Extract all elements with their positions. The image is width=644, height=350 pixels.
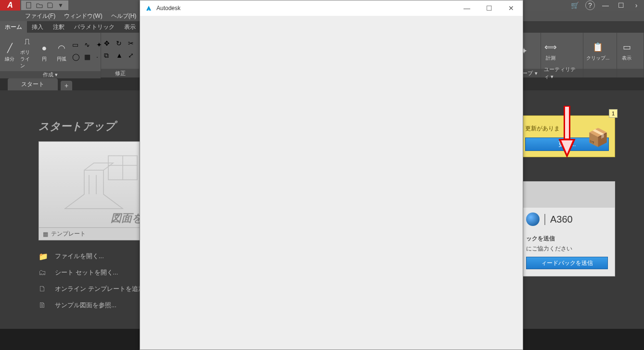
panel-utility-title[interactable]: ユーティリティ ▾ bbox=[541, 69, 583, 77]
window-maximize-icon[interactable]: ☐ bbox=[616, 0, 626, 10]
dialog-close-icon[interactable]: ✕ bbox=[504, 4, 518, 12]
feedback-title: ックを送信 bbox=[526, 235, 608, 243]
window-minimize-icon[interactable]: — bbox=[601, 0, 610, 10]
modify-tools: ✥ ↻ ✂ ⧉ ▲ ⤢ bbox=[104, 39, 139, 62]
notification-badge: 1 bbox=[609, 109, 618, 118]
dialog-title-bar[interactable]: Autodesk — ☐ ✕ bbox=[140, 0, 523, 16]
tab-home[interactable]: ホーム bbox=[0, 21, 27, 33]
doc-icon: 🗎 bbox=[39, 301, 49, 310]
tool-rect-icon[interactable]: ▭ bbox=[72, 41, 83, 51]
tab-parametric[interactable]: パラメトリック bbox=[69, 21, 119, 33]
dialog-maximize-icon[interactable]: ☐ bbox=[482, 4, 496, 12]
tab-view[interactable]: 表示 bbox=[119, 21, 141, 33]
package-icon: 📦 bbox=[587, 127, 609, 148]
update-notification: 1 更新がありま 📦 更新... bbox=[519, 115, 615, 157]
tool-move-icon[interactable]: ✥ bbox=[104, 39, 115, 50]
tool-rotate-icon[interactable]: ↻ bbox=[116, 39, 127, 50]
sheet-icon: 🗂 bbox=[39, 268, 49, 277]
dialog-body bbox=[140, 16, 523, 350]
autodesk-dialog: Autodesk — ☐ ✕ bbox=[140, 0, 523, 350]
a360-logo-icon bbox=[526, 212, 540, 226]
menu-file[interactable]: ファイル(F) bbox=[25, 12, 55, 20]
panel-draw-title[interactable]: 作成 ▾ bbox=[0, 71, 101, 78]
tool-scale-icon[interactable]: ⤢ bbox=[128, 51, 139, 62]
save-icon[interactable] bbox=[46, 1, 54, 9]
dialog-minimize-icon[interactable]: — bbox=[460, 4, 474, 12]
window-next-icon[interactable]: › bbox=[631, 0, 641, 10]
feedback-subtitle: にご協力ください bbox=[526, 245, 608, 253]
template-icon: ▦ bbox=[43, 231, 48, 238]
dialog-title: Autodesk bbox=[156, 5, 180, 12]
tool-line[interactable]: ╱線分 bbox=[3, 41, 16, 62]
tab-add-button[interactable]: + bbox=[61, 81, 72, 90]
panel-view-title bbox=[617, 69, 644, 77]
a360-panel: A360 ックを送信 にご協力ください ィードバックを送信 bbox=[519, 181, 615, 276]
tab-annotate[interactable]: 注釈 bbox=[48, 21, 69, 33]
tool-measure[interactable]: ⟺計測 bbox=[544, 40, 557, 62]
menu-help[interactable]: ヘルプ(H) bbox=[111, 12, 137, 20]
cloud-icon: 🗋 bbox=[39, 285, 49, 293]
tool-trim-icon[interactable]: ✂ bbox=[128, 39, 139, 50]
send-feedback-button[interactable]: ィードバックを送信 bbox=[526, 257, 608, 269]
quick-access-toolbar: ▼ bbox=[21, 0, 68, 10]
svg-rect-0 bbox=[26, 2, 31, 8]
tool-spline-icon[interactable]: ∿ bbox=[84, 41, 95, 51]
folder-icon: 📁 bbox=[39, 252, 49, 261]
a360-label: A360 bbox=[544, 214, 573, 225]
panel-clip-title bbox=[583, 69, 617, 77]
title-bar-right: 🛒 ? — ☐ › bbox=[570, 0, 644, 10]
tool-circle[interactable]: ●円 bbox=[38, 41, 51, 62]
panel-modify-title[interactable]: 修正 bbox=[101, 69, 139, 77]
new-file-icon[interactable] bbox=[25, 1, 33, 9]
tool-copy-icon[interactable]: ⧉ bbox=[104, 51, 115, 62]
tool-ellipse-icon[interactable]: ◯ bbox=[72, 53, 83, 63]
help-icon[interactable]: ? bbox=[585, 0, 595, 10]
right-column: 1 更新がありま 📦 更新... A360 ックを送信 にご協力ください ィード… bbox=[519, 115, 615, 276]
qat-dropdown-icon[interactable]: ▼ bbox=[57, 1, 64, 9]
tab-start[interactable]: スタート bbox=[8, 78, 58, 90]
tab-insert[interactable]: 挿入 bbox=[27, 21, 48, 33]
autodesk-logo-icon bbox=[145, 4, 153, 12]
open-file-icon[interactable] bbox=[36, 1, 43, 9]
cart-icon[interactable]: 🛒 bbox=[570, 0, 580, 10]
tool-clipboard[interactable]: 📋クリップ... bbox=[586, 40, 609, 62]
app-icon[interactable]: A bbox=[0, 0, 20, 11]
tool-hatch-icon[interactable]: ▦ bbox=[84, 53, 95, 63]
tool-mirror-icon[interactable]: ▲ bbox=[116, 51, 127, 62]
tool-arc[interactable]: ◠円弧 bbox=[55, 41, 68, 62]
tool-view[interactable]: ▭表示 bbox=[620, 40, 633, 62]
tool-polyline[interactable]: ⎍ポリライン bbox=[20, 35, 34, 69]
menu-window[interactable]: ウィンドウ(W) bbox=[64, 12, 102, 20]
